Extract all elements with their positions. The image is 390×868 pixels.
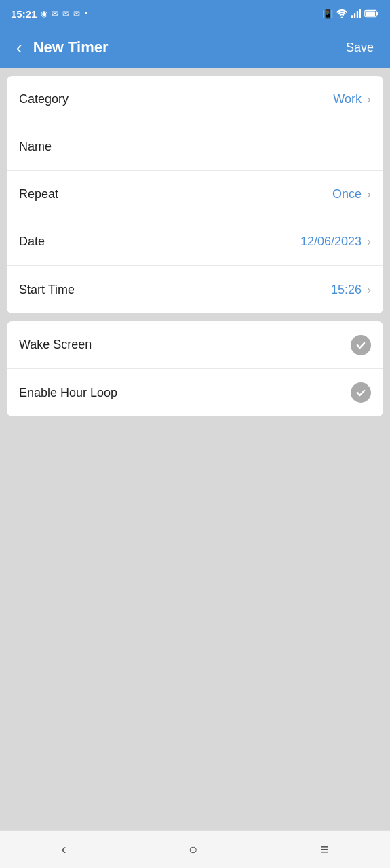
form-card: Category Work › Name Repeat Once › Date …	[7, 76, 383, 313]
repeat-row[interactable]: Repeat Once ›	[7, 171, 383, 218]
status-right-icons: 📳	[322, 9, 379, 19]
category-chevron-icon: ›	[367, 92, 371, 106]
wake-screen-label: Wake Screen	[19, 338, 92, 352]
toggles-card: Wake Screen Enable Hour Loop	[7, 321, 383, 416]
status-icon-dot: •	[84, 9, 87, 18]
nav-back-button[interactable]: ‹	[47, 835, 79, 864]
repeat-label: Repeat	[19, 187, 58, 201]
enable-hour-loop-toggle[interactable]	[351, 382, 371, 403]
category-value-group: Work ›	[333, 92, 371, 106]
save-button[interactable]: Save	[340, 38, 379, 58]
page-title: New Timer	[33, 39, 340, 56]
checkmark-icon-2	[355, 387, 366, 398]
wake-screen-toggle[interactable]	[351, 335, 371, 355]
svg-rect-3	[357, 11, 358, 18]
repeat-chevron-icon: ›	[367, 187, 371, 201]
date-chevron-icon: ›	[367, 235, 371, 249]
wake-screen-row[interactable]: Wake Screen	[7, 321, 383, 369]
name-row[interactable]: Name	[7, 123, 383, 171]
name-label: Name	[19, 140, 52, 154]
category-value: Work	[333, 92, 362, 106]
checkmark-icon	[355, 340, 366, 351]
status-bar: 15:21 ◉ ✉ ✉ ✉ • 📳	[0, 0, 390, 27]
start-time-chevron-icon: ›	[367, 283, 371, 297]
svg-rect-1	[351, 15, 353, 18]
nav-home-button[interactable]: ○	[175, 835, 211, 864]
start-time-value-group: 15:26 ›	[331, 283, 371, 297]
status-icon-mail1: ✉	[52, 9, 58, 18]
nav-menu-button[interactable]: ≡	[307, 835, 343, 864]
enable-hour-loop-row[interactable]: Enable Hour Loop	[7, 369, 383, 416]
signal-icon	[351, 9, 362, 18]
svg-point-0	[341, 17, 343, 19]
category-label: Category	[19, 92, 69, 106]
repeat-value: Once	[332, 187, 362, 201]
battery-icon	[364, 9, 379, 18]
start-time-label: Start Time	[19, 283, 75, 297]
svg-rect-7	[366, 11, 375, 16]
content-area: Category Work › Name Repeat Once › Date …	[0, 68, 390, 830]
svg-rect-6	[376, 12, 378, 16]
status-icon-mail2: ✉	[62, 9, 69, 18]
repeat-value-group: Once ›	[332, 187, 371, 201]
status-left: 15:21 ◉ ✉ ✉ ✉ •	[11, 8, 87, 20]
date-value: 12/06/2023	[300, 235, 362, 249]
svg-rect-2	[354, 13, 355, 18]
top-bar: ‹ New Timer Save	[0, 27, 390, 68]
status-icon-circle: ◉	[41, 9, 47, 18]
bottom-nav: ‹ ○ ≡	[0, 830, 390, 868]
status-icon-mail3: ✉	[73, 9, 80, 18]
start-time-row[interactable]: Start Time 15:26 ›	[7, 266, 383, 313]
svg-rect-4	[359, 9, 361, 18]
name-input[interactable]	[65, 140, 371, 154]
date-row[interactable]: Date 12/06/2023 ›	[7, 218, 383, 266]
enable-hour-loop-label: Enable Hour Loop	[19, 386, 117, 400]
start-time-value: 15:26	[331, 283, 362, 297]
date-value-group: 12/06/2023 ›	[300, 235, 371, 249]
vibrate-icon: 📳	[322, 9, 333, 19]
status-time: 15:21	[11, 8, 37, 20]
date-label: Date	[19, 235, 45, 249]
back-button[interactable]: ‹	[11, 35, 28, 61]
category-row[interactable]: Category Work ›	[7, 76, 383, 123]
wifi-icon	[336, 9, 348, 18]
